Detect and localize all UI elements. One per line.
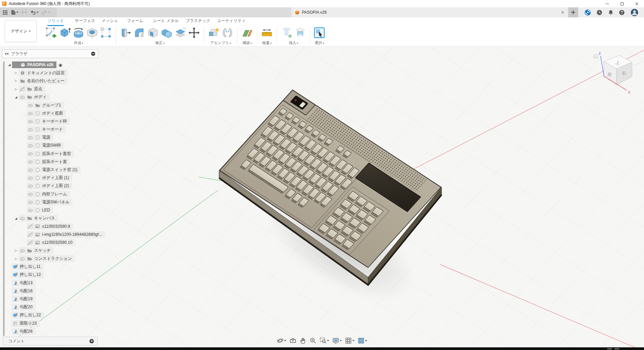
tree-item-label[interactable]: ボディ [34,94,47,100]
tree-item-node[interactable]: i-img1190x1200-1694482880gf... [2,230,98,238]
visibility-off-icon[interactable] [28,232,33,237]
tree-item-node[interactable]: ◢PASOPIA v26◉ [2,61,98,69]
tree-item-node[interactable]: 電源スイッチ窓 (1) [2,166,98,174]
visibility-icon[interactable] [28,175,33,180]
tree-item-label[interactable]: 電源SWパネル [42,199,69,205]
add-comment-icon[interactable] [90,339,94,343]
maximize-button[interactable] [615,0,629,7]
insert-fastener-icon[interactable] [280,26,293,39]
tree-item-node[interactable]: s1105032590.9 [2,222,98,230]
undo-button[interactable] [30,10,38,15]
visibility-icon[interactable] [28,103,33,108]
group-label-select[interactable]: 選択 [315,40,324,45]
measure-icon[interactable] [261,26,273,39]
tree-item-label[interactable]: 内部フレーム [42,191,67,197]
shell-icon[interactable] [147,26,159,39]
tree-item-label[interactable]: 原点 [34,86,42,92]
orbit-button[interactable] [276,337,287,345]
joint-icon[interactable] [221,26,234,39]
visibility-icon[interactable] [13,62,18,67]
construct-plane-icon[interactable] [241,26,254,39]
expand-open-icon[interactable]: ◢ [13,96,19,99]
create-sketch-icon[interactable] [45,26,57,39]
tree-item-node[interactable]: 拡張ポート蓋 [2,158,98,166]
fillet-icon[interactable] [133,26,146,39]
tree-item-node[interactable]: 電源SWパネル [2,198,98,206]
extensions-icon[interactable] [585,9,591,16]
tree-item-node[interactable]: 内部フレーム [2,190,98,198]
timeline-strip[interactable] [0,347,644,350]
group-label-construct[interactable]: 構築 [243,40,252,45]
zoom-button[interactable] [309,337,317,345]
visibility-icon[interactable] [20,216,25,221]
group-label-assemble[interactable]: アセンブリ [210,40,231,45]
group-label-modify[interactable]: 修正 [155,40,164,45]
tree-item-label[interactable]: ボディ上面 (2) [42,183,69,189]
browser-scrollbar[interactable] [3,61,5,336]
tree-item-label[interactable]: 勾配16 [20,288,32,294]
tree-item-node[interactable]: LED [2,206,98,214]
app-grid-button[interactable] [3,10,8,15]
visibility-off-icon[interactable] [20,86,25,92]
tree-item-label[interactable]: 拡張ポート蓋 [42,159,67,165]
tree-item-label[interactable]: ドキュメントの設定 [27,70,65,76]
look-at-button[interactable] [289,337,297,345]
tree-item-label[interactable]: ボディ上面 (1) [42,175,69,181]
visibility-off-icon[interactable] [28,224,33,229]
zoom-window-button[interactable] [319,337,330,345]
visibility-icon[interactable] [28,159,33,164]
tree-item-label[interactable]: 勾配26 [20,329,32,334]
pan-button[interactable] [299,337,307,345]
home-view-icon[interactable] [594,54,598,58]
tree-item-feature[interactable]: 押し出し22 [2,311,98,319]
visibility-icon[interactable] [28,208,33,213]
collapse-panel-icon[interactable] [5,52,9,55]
visibility-icon[interactable] [28,135,33,140]
tree-item-node[interactable]: ▷コンストラクション [2,255,98,263]
tree-item-label[interactable]: s1105032590.10 [42,240,72,245]
expand-open-icon[interactable]: ◢ [13,217,19,220]
ribbon-tab-6[interactable]: プラスチック [186,18,210,25]
tree-item-node[interactable]: ▷原点 [2,85,98,93]
tree-item-label[interactable]: 勾配19 [20,296,32,302]
tree-item-feature[interactable]: 勾配19 [2,295,98,303]
tree-item-label[interactable]: 面取り23 [20,321,37,326]
tree-item-node[interactable]: ボディ底面 [2,109,98,117]
tree-item-node[interactable]: キーボード枠 [2,117,98,125]
avatar[interactable] [631,9,638,16]
expand-closed-icon[interactable]: ▷ [13,79,19,82]
display-settings-button[interactable] [332,337,342,345]
ribbon-tab-7[interactable]: ユーティリティ [217,18,246,25]
expand-closed-icon[interactable]: ▷ [13,71,19,74]
tree-item-label[interactable]: LED [42,208,50,212]
help-icon[interactable] [619,10,625,15]
tree-item-label[interactable]: ボディ底面 [42,111,63,116]
tree-item-label[interactable]: 電源スイッチ窓 (1) [42,167,77,173]
tree-item-label[interactable]: スケッチ [34,248,51,253]
hole-icon[interactable] [86,26,99,39]
insert-decal-icon[interactable] [294,26,307,39]
tree-item-label[interactable]: 勾配13 [20,280,32,286]
tree-item-label[interactable]: 勾配20 [20,304,32,310]
tree-item-feature[interactable]: 勾配13 [2,279,98,287]
tree-item-feature[interactable]: 面取り23 [2,319,98,327]
tree-item-node[interactable]: s1105032590.10 [2,238,98,246]
visibility-icon[interactable] [28,127,33,132]
tree-item-label[interactable]: グループ1 [42,103,61,108]
new-tab-button[interactable] [569,7,578,17]
visibility-icon[interactable] [20,256,25,261]
minimize-panel-icon[interactable] [91,52,95,56]
tree-item-label[interactable]: 電源 [42,135,50,140]
tree-item-label[interactable]: 押し出し11 [20,264,41,270]
tree-item-feature[interactable]: 勾配16 [2,287,98,295]
ribbon-tab-3[interactable]: メッシュ [102,18,118,25]
ribbon-tab-4[interactable]: フォーム [127,18,143,25]
visibility-off-icon[interactable] [28,240,33,245]
tree-item-label[interactable]: 名前の付いたビュー [27,78,64,84]
tree-item-node[interactable]: ▷スケッチ [2,246,98,254]
visibility-icon[interactable] [20,95,25,100]
extrude-icon[interactable] [58,26,71,39]
tree-item-node[interactable]: キーボード [2,126,98,134]
expand-closed-icon[interactable]: ▷ [13,88,19,91]
tree-item-node[interactable]: ▷ドキュメントの設定 [2,69,98,77]
